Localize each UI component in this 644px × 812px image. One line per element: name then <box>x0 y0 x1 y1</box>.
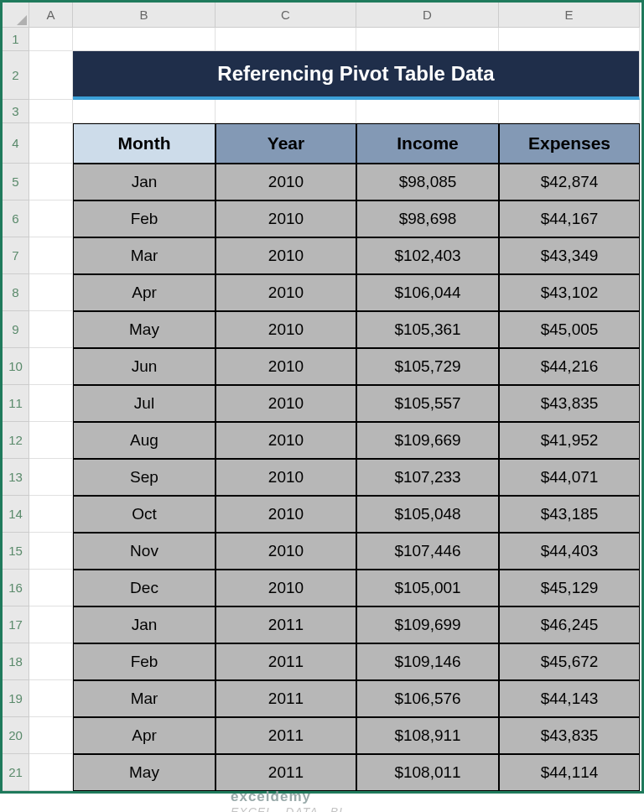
cell-A4[interactable] <box>29 123 73 164</box>
cell-B20[interactable]: Apr <box>73 717 216 754</box>
cell-B15[interactable]: Nov <box>73 533 216 570</box>
cell-A17[interactable] <box>29 606 73 643</box>
cell-B19[interactable]: Mar <box>73 680 216 717</box>
cell-A9[interactable] <box>29 311 73 348</box>
cell-B17[interactable]: Jan <box>73 606 216 643</box>
col-header-E[interactable]: E <box>499 3 640 28</box>
cell-E16[interactable]: $45,129 <box>499 570 640 606</box>
cell-C5[interactable]: 2010 <box>216 164 356 200</box>
row-header-18[interactable]: 18 <box>3 643 29 680</box>
cell-B1[interactable] <box>73 28 216 51</box>
row-header-7[interactable]: 7 <box>3 237 29 274</box>
cell-B6[interactable]: Feb <box>73 200 216 237</box>
cell-B3[interactable] <box>73 100 216 123</box>
cell-A2[interactable] <box>29 51 73 100</box>
cell-C3[interactable] <box>216 100 356 123</box>
cell-C11[interactable]: 2010 <box>216 385 356 422</box>
col-header-D[interactable]: D <box>356 3 499 28</box>
cell-D7[interactable]: $102,403 <box>356 237 499 274</box>
cell-B5[interactable]: Jan <box>73 164 216 200</box>
cell-D13[interactable]: $107,233 <box>356 459 499 496</box>
cell-D12[interactable]: $109,669 <box>356 422 499 459</box>
cell-C14[interactable]: 2010 <box>216 496 356 533</box>
cell-C13[interactable]: 2010 <box>216 459 356 496</box>
header-month[interactable]: Month <box>73 123 216 164</box>
row-header-12[interactable]: 12 <box>3 422 29 459</box>
row-header-19[interactable]: 19 <box>3 680 29 717</box>
cell-B18[interactable]: Feb <box>73 643 216 680</box>
row-header-6[interactable]: 6 <box>3 200 29 237</box>
cell-D20[interactable]: $108,911 <box>356 717 499 754</box>
cell-E6[interactable]: $44,167 <box>499 200 640 237</box>
cell-C7[interactable]: 2010 <box>216 237 356 274</box>
header-expenses[interactable]: Expenses <box>499 123 640 164</box>
cell-D10[interactable]: $105,729 <box>356 348 499 385</box>
cell-D14[interactable]: $105,048 <box>356 496 499 533</box>
cell-A18[interactable] <box>29 643 73 680</box>
cell-B13[interactable]: Sep <box>73 459 216 496</box>
cell-B7[interactable]: Mar <box>73 237 216 274</box>
cell-C17[interactable]: 2011 <box>216 606 356 643</box>
cell-B12[interactable]: Aug <box>73 422 216 459</box>
cell-B16[interactable]: Dec <box>73 570 216 606</box>
cell-A14[interactable] <box>29 496 73 533</box>
title-banner[interactable]: Referencing Pivot Table Data <box>73 51 640 100</box>
row-header-8[interactable]: 8 <box>3 274 29 311</box>
row-header-14[interactable]: 14 <box>3 496 29 533</box>
cell-D1[interactable] <box>356 28 499 51</box>
cell-A6[interactable] <box>29 200 73 237</box>
cell-C8[interactable]: 2010 <box>216 274 356 311</box>
cell-E21[interactable]: $44,114 <box>499 754 640 791</box>
header-income[interactable]: Income <box>356 123 499 164</box>
row-header-4[interactable]: 4 <box>3 123 29 164</box>
cell-B11[interactable]: Jul <box>73 385 216 422</box>
cell-E7[interactable]: $43,349 <box>499 237 640 274</box>
cell-A1[interactable] <box>29 28 73 51</box>
cell-B14[interactable]: Oct <box>73 496 216 533</box>
cell-D19[interactable]: $106,576 <box>356 680 499 717</box>
cell-E9[interactable]: $45,005 <box>499 311 640 348</box>
cell-C10[interactable]: 2010 <box>216 348 356 385</box>
cell-A12[interactable] <box>29 422 73 459</box>
cell-D3[interactable] <box>356 100 499 123</box>
row-header-2[interactable]: 2 <box>3 51 29 100</box>
cell-E8[interactable]: $43,102 <box>499 274 640 311</box>
row-header-3[interactable]: 3 <box>3 100 29 123</box>
cell-D8[interactable]: $106,044 <box>356 274 499 311</box>
col-header-A[interactable]: A <box>29 3 73 28</box>
col-header-B[interactable]: B <box>73 3 216 28</box>
cell-C12[interactable]: 2010 <box>216 422 356 459</box>
select-all-corner[interactable] <box>3 3 29 28</box>
row-header-11[interactable]: 11 <box>3 385 29 422</box>
cell-E13[interactable]: $44,071 <box>499 459 640 496</box>
cell-D9[interactable]: $105,361 <box>356 311 499 348</box>
cell-C1[interactable] <box>216 28 356 51</box>
cell-C18[interactable]: 2011 <box>216 643 356 680</box>
cell-A21[interactable] <box>29 754 73 791</box>
cell-C20[interactable]: 2011 <box>216 717 356 754</box>
cell-B10[interactable]: Jun <box>73 348 216 385</box>
cell-A10[interactable] <box>29 348 73 385</box>
row-header-21[interactable]: 21 <box>3 754 29 791</box>
cell-B21[interactable]: May <box>73 754 216 791</box>
row-header-9[interactable]: 9 <box>3 311 29 348</box>
cell-E20[interactable]: $43,835 <box>499 717 640 754</box>
col-header-C[interactable]: C <box>216 3 356 28</box>
cell-E18[interactable]: $45,672 <box>499 643 640 680</box>
cell-B8[interactable]: Apr <box>73 274 216 311</box>
cell-A15[interactable] <box>29 533 73 570</box>
cell-C21[interactable]: 2011 <box>216 754 356 791</box>
row-header-20[interactable]: 20 <box>3 717 29 754</box>
cell-C9[interactable]: 2010 <box>216 311 356 348</box>
cell-D18[interactable]: $109,146 <box>356 643 499 680</box>
row-header-16[interactable]: 16 <box>3 570 29 606</box>
cell-E19[interactable]: $44,143 <box>499 680 640 717</box>
cell-A5[interactable] <box>29 164 73 200</box>
cell-E1[interactable] <box>499 28 640 51</box>
cell-A11[interactable] <box>29 385 73 422</box>
cell-C16[interactable]: 2010 <box>216 570 356 606</box>
cell-D21[interactable]: $108,011 <box>356 754 499 791</box>
row-header-10[interactable]: 10 <box>3 348 29 385</box>
cell-E14[interactable]: $43,185 <box>499 496 640 533</box>
cell-A8[interactable] <box>29 274 73 311</box>
